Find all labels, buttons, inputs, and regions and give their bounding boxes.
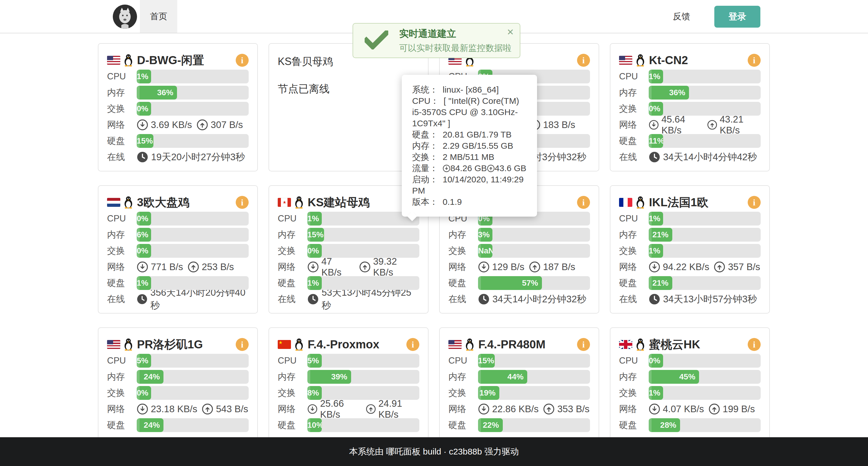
row-label-mem: 内存 [619,229,649,241]
download-arrow-icon [137,403,148,415]
stat-row-swap: 交换0% [107,102,249,115]
online-value: 34天14小时2分钟32秒 [492,293,586,306]
mem-progress-fill: 36% [649,86,689,100]
logo-avatar[interactable] [113,5,137,29]
info-icon[interactable]: i [236,196,249,209]
swap-percent-label: 1% [649,244,663,258]
server-card: F.4.-Proxmox i CPU5%内存39%交换8%网络25.66 KB/… [269,327,429,456]
mem-percent-label: 36% [649,86,689,100]
stat-row-mem: 内存3% [448,228,590,242]
info-icon[interactable]: i [236,54,249,67]
row-label-swap: 交换 [107,387,137,399]
mem-percent-label: 6% [137,228,151,242]
row-label-swap: 交换 [448,245,478,257]
info-icon[interactable]: i [748,338,761,351]
stat-row-mem: 内存39% [278,370,419,384]
row-label-swap: 交换 [619,103,649,115]
cpu-progress-track: 5% [137,354,249,368]
mem-progress-fill: 45% [649,370,699,384]
mem-progress-track: 36% [649,86,761,100]
country-flag-icon [107,340,120,349]
stat-row-disk: 硬盘10% [278,418,419,432]
cpu-percent-label: 5% [137,354,151,368]
info-icon[interactable]: i [748,54,761,67]
tooltip-row: CPU：[ "Intel(R) Core(TM) i5-3570S CPU @ … [412,95,527,129]
disk-progress-fill: 15% [137,134,153,148]
disk-progress-fill: 21% [649,276,672,290]
disk-progress-track: 28% [649,418,761,432]
row-label-disk: 硬盘 [619,277,649,289]
server-card: PR洛杉矶1G i CPU5%内存24%交换0%网络23.18 KB/s543 … [98,327,258,456]
network-speeds: 129 B/s187 B/s [478,261,575,273]
tooltip-row-label: 流量： [412,163,438,173]
disk-progress-track: 1% [137,276,249,290]
swap-progress-track: 8% [307,386,419,400]
download-arrow-icon [649,403,660,415]
info-icon[interactable]: i [577,196,590,209]
login-button[interactable]: 登录 [714,6,761,28]
stat-row-disk: 硬盘11% [619,134,761,148]
server-name: 3欧大盘鸡 [137,195,236,210]
info-icon[interactable]: i [236,338,249,351]
card-header: 3欧大盘鸡 i [107,193,249,212]
stat-rows: CPU1%内存21%交换1%网络94.22 KB/s357 B/s硬盘21%在线… [619,212,761,306]
info-icon[interactable]: i [577,338,590,351]
stat-row-swap: 交换1% [619,386,761,400]
stat-row-swap: 交换0% [619,102,761,115]
disk-percent-label: 57% [478,276,542,290]
mem-progress-fill: 21% [649,228,672,242]
stat-row-swap: 交换0% [107,386,249,400]
net-down-value: 45.64 KB/s [661,114,702,136]
cpu-progress-fill: 1% [649,70,663,84]
cpu-progress-track: 1% [137,70,249,84]
stat-row-online: 在线19天20小时27分钟3秒 [107,150,249,164]
download-arrow-icon [137,261,148,273]
tooltip-row-label: CPU： [412,96,439,106]
row-label-cpu: CPU [619,213,649,224]
row-label-mem: 内存 [448,229,478,241]
stat-row-net: 网络771 B/s253 B/s [107,260,249,274]
net-up-value: 39.32 KB/s [373,256,419,278]
mem-progress-track: 6% [137,228,249,242]
tooltip-row-value: 0.1.9 [443,197,462,206]
swap-percent-label: 1% [649,386,663,400]
feedback-link[interactable]: 反馈 [673,0,690,33]
linux-penguin-icon [123,54,133,66]
info-icon[interactable]: i [577,54,590,67]
tooltip-row-label: 启动： [412,175,438,184]
row-label-cpu: CPU [448,356,478,366]
close-icon[interactable]: ✕ [507,27,514,37]
info-icon[interactable]: i [748,196,761,209]
swap-progress-fill: 0% [137,244,151,258]
upload-arrow-icon [529,261,540,273]
tab-home[interactable]: 首页 [140,0,177,33]
country-flag-icon [278,340,291,349]
country-flag-icon [619,56,632,65]
stat-row-disk: 硬盘28% [619,418,761,432]
net-up-value: 353 B/s [557,404,589,414]
country-flag-icon [619,340,632,349]
net-up-value: 199 B/s [723,404,755,414]
row-label-disk: 硬盘 [278,419,307,431]
stat-row-cpu: CPU1% [107,70,249,84]
info-icon[interactable]: i [406,338,419,351]
disk-percent-label: 1% [137,276,151,290]
stat-row-online: 在线356天14小时20分钟40秒 [107,292,249,306]
linux-penguin-icon [635,338,646,351]
row-label-mem: 内存 [448,371,478,383]
download-arrow-icon [478,261,490,273]
stat-row-net: 网络47 KB/s39.32 KB/s [278,260,419,274]
network-speeds: 47 KB/s39.32 KB/s [307,256,419,278]
tooltip-row-value: linux- [x86_64] [443,85,499,94]
swap-percent-label: 0% [307,244,322,258]
clock-icon [649,293,660,305]
row-label-cpu: CPU [107,71,137,82]
net-up-value: 24.91 KB/s [378,398,419,420]
upload-arrow-icon [707,119,717,131]
cpu-progress-track: 1% [649,212,761,226]
stat-row-net: 网络4.07 KB/s199 B/s [619,402,761,416]
stat-rows: CPU0%内存45%交换1%网络4.07 KB/s199 B/s硬盘28% [619,354,761,432]
server-name: KS建站母鸡 [308,195,406,210]
stat-row-disk: 硬盘1% [107,276,249,290]
row-label-net: 网络 [448,261,478,273]
